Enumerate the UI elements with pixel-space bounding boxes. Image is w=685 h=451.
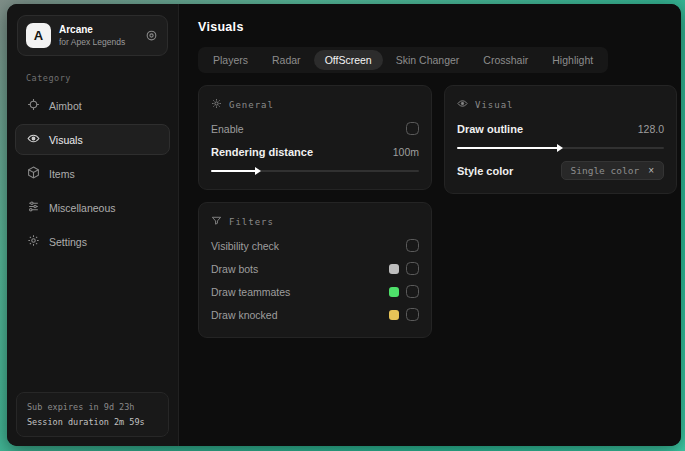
- draw-knocked-row: Draw knocked: [211, 304, 419, 325]
- sidebar-item-settings[interactable]: Settings: [15, 226, 170, 257]
- sidebar-item-label: Aimbot: [49, 100, 82, 112]
- visibility-check-label: Visibility check: [211, 240, 279, 252]
- draw-knocked-color-swatch[interactable]: [389, 310, 399, 320]
- style-color-row: Style color Single color ×: [457, 160, 664, 181]
- visual-panel: Visual Draw outline 128.0 Style color: [444, 85, 677, 194]
- sidebar-item-aimbot[interactable]: Aimbot: [15, 90, 170, 121]
- filters-panel-title: Filters: [229, 217, 274, 227]
- sidebar-item-miscellaneous[interactable]: Miscellaneous: [15, 192, 170, 223]
- draw-bots-row: Draw bots: [211, 258, 419, 279]
- slider-fill: [457, 147, 561, 149]
- sidebar-item-label: Settings: [49, 236, 87, 248]
- rendering-distance-label: Rendering distance: [211, 146, 313, 158]
- style-color-dropdown[interactable]: Single color ×: [561, 161, 664, 180]
- eye-icon: [27, 132, 40, 147]
- app-subtitle: for Apex Legends: [59, 37, 125, 47]
- subscription-info-card: Sub expires in 9d 23h Session duration 2…: [16, 392, 169, 437]
- slider-fill: [211, 170, 259, 172]
- sidebar-item-visuals[interactable]: Visuals: [15, 124, 170, 155]
- visibility-check-row: Visibility check: [211, 235, 419, 256]
- visibility-check-checkbox[interactable]: [406, 239, 419, 252]
- sidebar-item-items[interactable]: Items: [15, 158, 170, 189]
- sidebar-nav: Aimbot Visuals Items Miscellaneous Setti…: [7, 90, 178, 257]
- visuals-tabbar: Players Radar OffScreen Skin Changer Cro…: [198, 47, 608, 73]
- tab-highlight[interactable]: Highlight: [541, 50, 604, 70]
- app-header-card: A Arcane for Apex Legends: [17, 15, 168, 56]
- main-content: Visuals Players Radar OffScreen Skin Cha…: [179, 4, 681, 446]
- sun-icon: [211, 98, 222, 111]
- tab-skin-changer[interactable]: Skin Changer: [385, 50, 471, 70]
- tab-crosshair[interactable]: Crosshair: [472, 50, 539, 70]
- eye-icon: [457, 98, 468, 111]
- app-name: Arcane: [59, 24, 125, 35]
- crosshair-icon: [27, 98, 40, 113]
- close-icon[interactable]: ×: [648, 165, 654, 176]
- sliders-icon: [27, 200, 40, 215]
- sidebar: A Arcane for Apex Legends Category Aimbo…: [7, 4, 179, 446]
- app-title-block: Arcane for Apex Legends: [59, 24, 125, 47]
- general-panel: General Enable Rendering distance 100m: [198, 85, 432, 190]
- draw-knocked-label: Draw knocked: [211, 309, 278, 321]
- category-label: Category: [26, 73, 178, 83]
- enable-label: Enable: [211, 123, 244, 135]
- rendering-distance-row: Rendering distance 100m: [211, 141, 419, 162]
- sub-expires-text: Sub expires in 9d 23h: [27, 400, 158, 414]
- general-panel-header: General: [211, 98, 419, 111]
- sidebar-item-label: Items: [49, 168, 75, 180]
- style-color-label: Style color: [457, 165, 513, 177]
- tab-radar[interactable]: Radar: [261, 50, 312, 70]
- draw-teammates-row: Draw teammates: [211, 281, 419, 302]
- enable-row: Enable: [211, 118, 419, 139]
- draw-bots-checkbox[interactable]: [406, 262, 419, 275]
- sidebar-item-label: Miscellaneous: [49, 202, 116, 214]
- draw-teammates-label: Draw teammates: [211, 286, 290, 298]
- app-logo: A: [26, 23, 51, 48]
- draw-outline-value: 128.0: [638, 123, 664, 135]
- cube-icon: [27, 166, 40, 181]
- draw-outline-label: Draw outline: [457, 123, 523, 135]
- draw-outline-slider[interactable]: [457, 142, 664, 154]
- sidebar-item-label: Visuals: [49, 134, 83, 146]
- visual-panel-title: Visual: [475, 100, 514, 110]
- draw-teammates-color-swatch[interactable]: [389, 287, 399, 297]
- style-color-chip-label: Single color: [571, 165, 640, 176]
- draw-bots-color-swatch[interactable]: [389, 264, 399, 274]
- enable-checkbox[interactable]: [406, 122, 419, 135]
- app-window: A Arcane for Apex Legends Category Aimbo…: [7, 4, 681, 446]
- visual-panel-header: Visual: [457, 98, 664, 111]
- filters-panel: Filters Visibility check Draw bots: [198, 202, 432, 338]
- draw-knocked-checkbox[interactable]: [406, 308, 419, 321]
- draw-teammates-checkbox[interactable]: [406, 285, 419, 298]
- draw-outline-row: Draw outline 128.0: [457, 118, 664, 139]
- rendering-distance-slider[interactable]: [211, 165, 419, 177]
- draw-bots-label: Draw bots: [211, 263, 258, 275]
- target-icon[interactable]: [145, 29, 159, 43]
- page-title: Visuals: [198, 20, 677, 34]
- filters-panel-header: Filters: [211, 215, 419, 228]
- general-panel-title: General: [229, 100, 274, 110]
- panels-area: General Enable Rendering distance 100m: [198, 85, 677, 338]
- tab-offscreen[interactable]: OffScreen: [314, 50, 383, 70]
- session-duration-text: Session duration 2m 59s: [27, 415, 158, 429]
- tab-players[interactable]: Players: [202, 50, 259, 70]
- gear-icon: [27, 234, 40, 249]
- funnel-icon: [211, 215, 222, 228]
- rendering-distance-value: 100m: [393, 146, 419, 158]
